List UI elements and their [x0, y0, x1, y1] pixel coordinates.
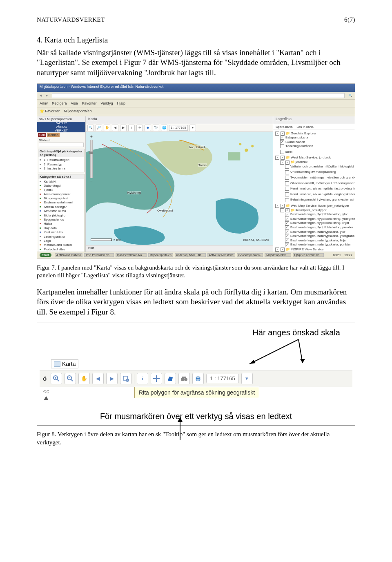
zoom-in-icon[interactable]	[51, 373, 62, 384]
category-item[interactable]: Atmosfär, klima	[40, 209, 83, 213]
menubar-item[interactable]: Hjälp	[117, 101, 125, 105]
tree-checkbox[interactable]: ✓	[285, 213, 289, 217]
info-icon[interactable]: i	[128, 125, 135, 131]
tree-node[interactable]: ✓Skandinavien	[280, 140, 354, 145]
tab-bertina[interactable]: Bertina	[47, 133, 60, 137]
tree-node[interactable]: ✓Basinventeringen, naturtypskarta, linje…	[285, 239, 354, 243]
category-item[interactable]: Biota (biologi o	[40, 214, 83, 218]
menubar-item[interactable]: Arkiv	[40, 101, 48, 105]
tree-checkbox[interactable]	[285, 192, 289, 196]
tree-checkbox[interactable]: ✓	[281, 156, 285, 160]
category-item[interactable]: Byggnader oc	[40, 218, 83, 222]
category-item[interactable]: Area management	[40, 192, 83, 196]
crosshair-icon[interactable]	[151, 373, 162, 384]
tree-node[interactable]: Undersökning av markpackning	[285, 170, 354, 176]
tree-node[interactable]: ✓Basinventeringen, flygbildstolkning, yt…	[285, 212, 354, 217]
menubar-item[interactable]: Verktyg	[100, 101, 113, 105]
tree-node[interactable]: Typområden, mätningar i ytvatten och gru…	[285, 176, 354, 181]
tree-node[interactable]: ✓Bakgrundskarta	[280, 136, 354, 140]
tree-node[interactable]: -✓📁jordbruk Vattater och organiska miljö…	[280, 160, 354, 203]
polygon-icon[interactable]: ◆	[145, 125, 151, 131]
tree-checkbox[interactable]: ✓	[281, 132, 285, 136]
forward-icon[interactable]: ▶	[46, 94, 48, 97]
taskbar-item[interactable]: Miljödataportalen	[148, 253, 173, 257]
tree-checkbox[interactable]	[285, 198, 289, 202]
category-item[interactable]: Tjänst	[40, 188, 83, 192]
category-item[interactable]: Kartskikt	[40, 180, 83, 184]
tree-checkbox[interactable]	[280, 150, 284, 154]
tree-checkbox[interactable]	[285, 187, 289, 191]
load-map-link[interactable]: Läs in karta	[296, 125, 313, 129]
scale-input[interactable]: 1 : 177165	[206, 374, 238, 383]
zoom-in-icon[interactable]: 🔍	[87, 125, 94, 131]
tree-checkbox[interactable]: ✓	[285, 221, 289, 225]
tree-toggle-icon[interactable]: -	[275, 156, 279, 160]
category-item[interactable]: Läge	[40, 239, 83, 243]
binoculars-icon[interactable]	[178, 373, 190, 384]
tree-checkbox[interactable]: ✓	[285, 234, 289, 238]
hand-icon[interactable]: ✋	[78, 373, 90, 384]
crosshair-icon[interactable]: ✛	[136, 125, 143, 131]
karta-tab[interactable]: Karta	[51, 359, 78, 368]
tree-checkbox[interactable]	[285, 181, 289, 185]
taskbar-item[interactable]: Miljödataportale…	[265, 253, 291, 257]
tree-node[interactable]: ✓Basinventeringen, naturtypskarta, ytter…	[285, 234, 354, 239]
ordering-item[interactable]: 2. Resurstyp	[40, 163, 83, 167]
scale-input[interactable]: 1 : 177165	[169, 125, 188, 131]
menubar-item[interactable]: Redigera	[52, 101, 67, 105]
scale-dropdown-icon[interactable]: ▾	[189, 125, 196, 131]
tree-toggle-icon[interactable]: -	[280, 208, 284, 212]
tree-node[interactable]: -✓📁West Map Service: jordbruk-✓📁jordbruk…	[275, 155, 354, 203]
menubar-item[interactable]: Visa	[71, 101, 78, 105]
taskbar-item[interactable]: Hjälp vid användnin…	[293, 253, 324, 257]
category-item[interactable]: Environmental moni	[40, 201, 83, 205]
next-extent-icon[interactable]: ▶	[106, 373, 118, 384]
tree-node[interactable]: ✓Basinventeringen, flygbildstolkning, pu…	[285, 225, 354, 230]
prev-extent-icon[interactable]: ◀	[112, 125, 118, 131]
category-item[interactable]: Metdata and biotoci	[40, 243, 83, 247]
layer-tree[interactable]: -✓📁Geodata Explorer✓Bakgrundskarta✓Skand…	[273, 130, 355, 252]
tree-node[interactable]: -✓📁Geodata Explorer✓Bakgrundskarta✓Skand…	[275, 131, 354, 156]
tree-node[interactable]: Kemi i matjord, alv och gröda, fast prov…	[285, 187, 354, 192]
tree-node[interactable]: ✓Basinventeringen, flygbildstolkning, li…	[285, 221, 354, 225]
tree-node[interactable]: ✓Basinventeringen, naturtypskarta, punkt…	[285, 243, 354, 247]
tree-checkbox[interactable]: ✓	[281, 204, 285, 208]
taskbar-item[interactable]: Ipsa Pernasion Na…	[84, 253, 114, 257]
category-item[interactable]: Hälsa	[40, 222, 83, 226]
category-item[interactable]: Areella näringar	[40, 205, 83, 209]
category-item[interactable]: Höjddata	[40, 226, 83, 230]
tree-checkbox[interactable]: ✓	[285, 208, 290, 212]
tree-checkbox[interactable]: ✓	[285, 239, 289, 243]
zoom-plus-icon[interactable]: +	[90, 134, 93, 139]
next-extent-icon[interactable]: ▶	[120, 125, 127, 131]
tree-node[interactable]: Belastningsmedel i ytvatten, grundvatten…	[285, 198, 354, 203]
zoom-out-icon[interactable]	[65, 373, 76, 384]
tree-checkbox[interactable]: ✓	[285, 243, 289, 247]
tree-checkbox[interactable]: ✓	[285, 230, 289, 234]
ordering-item[interactable]: 1. Resurskategori	[40, 158, 83, 162]
favorite-site[interactable]: Miljödataportalen	[64, 109, 92, 113]
tree-node[interactable]: ✓Basinventeringen, naturtypskarta, ytor	[285, 230, 354, 234]
tree-node[interactable]: -✓📁Web Map Service: livsmiljoer_naturtyp…	[275, 203, 354, 247]
zoom-out-icon[interactable]: 🔎	[96, 125, 102, 131]
category-item[interactable]: Bio-geographical	[40, 196, 83, 201]
category-item[interactable]: Datamängd	[40, 184, 83, 188]
prev-extent-icon[interactable]: ◀	[92, 373, 104, 384]
zoom-minus-icon[interactable]: −	[90, 179, 93, 183]
menubar-item[interactable]: Favoriter	[82, 101, 97, 105]
taskbar-item[interactable]: Active by Milestone	[207, 253, 235, 257]
taskbar-item[interactable]: Ipsa Permission Na…	[116, 253, 147, 257]
tree-node[interactable]: Observationsfält, mätningar i dränerings…	[285, 181, 354, 187]
tree-checkbox[interactable]	[280, 144, 284, 148]
info-icon[interactable]: i	[137, 373, 148, 384]
map-canvas[interactable]: Vagnhärad Trosa Nyköping Oxelösund + − 5…	[86, 132, 273, 245]
category-item[interactable]: Kust och Hav	[40, 230, 83, 234]
browser-address-bar[interactable]: ◀ ▶ 🔍	[37, 92, 355, 100]
tree-node[interactable]: label	[280, 150, 354, 156]
tree-toggle-icon[interactable]: -	[275, 132, 279, 136]
find-icon[interactable]: 🔭	[153, 125, 159, 131]
scale-dropdown-icon[interactable]: ▾	[241, 373, 253, 384]
pan-icon[interactable]: ✋	[104, 125, 110, 131]
tree-checkbox[interactable]	[285, 165, 289, 169]
globe-icon[interactable]	[192, 373, 204, 384]
